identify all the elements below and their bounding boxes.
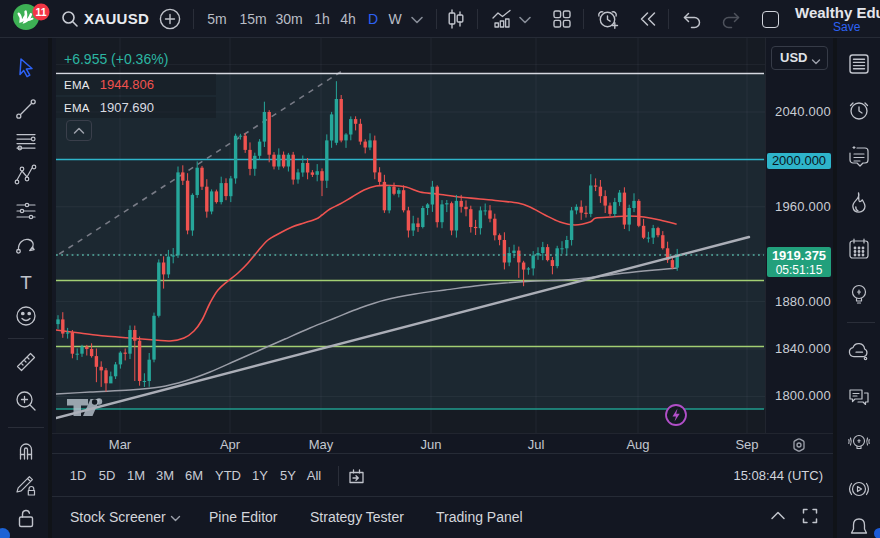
svg-text:11: 11 (35, 6, 46, 18)
